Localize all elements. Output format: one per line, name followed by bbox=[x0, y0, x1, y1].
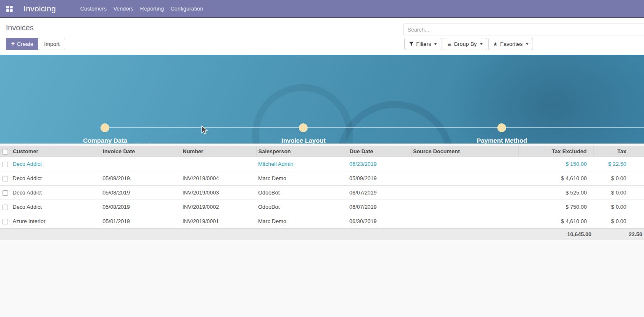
cell-salesperson: Marc Demo bbox=[256, 214, 348, 229]
cell-number: INV/2019/0004 bbox=[181, 171, 256, 186]
step-title: Company Data bbox=[55, 137, 156, 144]
cell-invoice-date: 05/08/2019 bbox=[101, 200, 181, 214]
apps-grid-icon[interactable] bbox=[6, 5, 13, 12]
row-select-cell bbox=[0, 186, 11, 200]
row-checkbox[interactable] bbox=[3, 190, 8, 196]
cell-source-document bbox=[411, 214, 518, 229]
cell-tax-excluded: $ 150.00 bbox=[518, 157, 593, 171]
onboarding-step-dot bbox=[497, 123, 506, 132]
nav-item-vendors[interactable]: Vendors bbox=[113, 4, 134, 13]
cell-customer: Azure Interior bbox=[11, 214, 101, 229]
column-header-tax-excluded[interactable]: Tax Excluded bbox=[518, 146, 593, 157]
cell-number bbox=[181, 157, 256, 171]
banner-background-decor bbox=[434, 55, 644, 144]
cell-tax-excluded: $ 4,610.00 bbox=[518, 171, 593, 186]
cell-invoice-date: 05/08/2019 bbox=[101, 186, 181, 200]
step-title: Invoice Layout bbox=[253, 137, 354, 144]
filters-button[interactable]: Filters bbox=[404, 38, 441, 50]
filter-funnel-icon bbox=[409, 42, 414, 46]
row-checkbox[interactable] bbox=[3, 219, 8, 224]
plus-icon: ✚ bbox=[11, 42, 15, 46]
cell-due-date: 05/09/2019 bbox=[348, 171, 411, 186]
cell-source-document bbox=[411, 157, 518, 171]
cell-tax: $ 0.00 bbox=[593, 186, 644, 200]
cell-due-date: 06/23/2019 bbox=[348, 157, 411, 171]
totals-row: 10,645.00 22.50 bbox=[0, 229, 644, 240]
total-tax: 22.50 bbox=[593, 229, 644, 240]
cell-invoice-date: 05/09/2019 bbox=[101, 171, 181, 186]
onboarding-step-dot bbox=[100, 123, 109, 132]
invoice-row[interactable]: Azure Interior 05/01/2019 INV/2019/0001 … bbox=[0, 214, 644, 229]
control-panel: Invoices ✚ Create Import Filters ≡ Group… bbox=[0, 18, 644, 55]
favorites-button[interactable]: ★ Favorites bbox=[488, 38, 533, 50]
step-title: Payment Method bbox=[451, 137, 552, 144]
select-all-checkbox[interactable] bbox=[3, 149, 8, 155]
column-header-customer[interactable]: Customer bbox=[11, 146, 101, 157]
invoice-row[interactable]: Deco Addict 05/08/2019 INV/2019/0002 Odo… bbox=[0, 200, 644, 214]
cell-customer: Deco Addict bbox=[11, 157, 101, 171]
main-menu: Customers Vendors Reporting Configuratio… bbox=[80, 4, 210, 13]
cell-number: INV/2019/0002 bbox=[181, 200, 256, 214]
column-header-due-date[interactable]: Due Date bbox=[348, 146, 411, 157]
cell-salesperson: Mitchell Admin bbox=[256, 157, 348, 171]
cell-tax: $ 0.00 bbox=[593, 200, 644, 214]
caret-down-icon bbox=[480, 43, 483, 45]
caret-down-icon bbox=[434, 43, 437, 45]
column-header-source-document[interactable]: Source Document bbox=[411, 146, 518, 157]
row-select-cell bbox=[0, 200, 11, 214]
cell-tax: $ 22.50 bbox=[593, 157, 644, 171]
caret-down-icon bbox=[526, 43, 528, 45]
cell-salesperson: Marc Demo bbox=[256, 171, 348, 186]
column-header-invoice-date[interactable]: Invoice Date bbox=[101, 146, 181, 157]
invoice-row[interactable]: Deco Addict 05/08/2019 INV/2019/0003 Odo… bbox=[0, 186, 644, 200]
top-navbar: Invoicing Customers Vendors Reporting Co… bbox=[0, 0, 644, 18]
cell-customer: Deco Addict bbox=[11, 171, 101, 186]
cell-salesperson: OdooBot bbox=[256, 200, 348, 214]
invoice-row[interactable]: Deco Addict Mitchell Admin 06/23/2019 $ … bbox=[0, 157, 644, 171]
invoice-table-body: Deco Addict Mitchell Admin 06/23/2019 $ … bbox=[0, 157, 644, 229]
row-checkbox[interactable] bbox=[3, 162, 8, 167]
cell-invoice-date bbox=[101, 157, 181, 171]
invoice-list-table: Customer Invoice Date Number Salesperson… bbox=[0, 146, 644, 240]
nav-item-configuration[interactable]: Configuration bbox=[171, 4, 203, 13]
banner-background-ring bbox=[252, 84, 353, 144]
row-checkbox[interactable] bbox=[3, 176, 8, 181]
app-name[interactable]: Invoicing bbox=[24, 4, 56, 13]
select-all-cell bbox=[0, 146, 11, 157]
cell-tax-excluded: $ 750.00 bbox=[518, 200, 593, 214]
cell-customer: Deco Addict bbox=[11, 200, 101, 214]
cell-salesperson: OdooBot bbox=[256, 186, 348, 200]
cell-source-document bbox=[411, 186, 518, 200]
onboarding-banner: Company Data Set your company's data for… bbox=[0, 55, 644, 144]
row-select-cell bbox=[0, 171, 11, 186]
nav-item-customers[interactable]: Customers bbox=[80, 4, 107, 13]
cell-due-date: 06/07/2019 bbox=[348, 200, 411, 214]
group-by-bars-icon: ≡ bbox=[447, 41, 451, 47]
onboarding-timeline bbox=[105, 127, 644, 128]
row-select-cell bbox=[0, 157, 11, 171]
cell-tax-excluded: $ 525.00 bbox=[518, 186, 593, 200]
column-header-tax[interactable]: Tax bbox=[593, 146, 644, 157]
star-icon: ★ bbox=[493, 42, 498, 47]
column-header-salesperson[interactable]: Salesperson bbox=[256, 146, 348, 157]
group-by-button[interactable]: ≡ Group By bbox=[443, 38, 487, 50]
import-button[interactable]: Import bbox=[39, 38, 65, 50]
cell-invoice-date: 05/01/2019 bbox=[101, 214, 181, 229]
create-button[interactable]: ✚ Create bbox=[6, 38, 38, 50]
onboarding-step-payment-method: Payment Method Configure your payment me… bbox=[451, 137, 552, 144]
cell-source-document bbox=[411, 200, 518, 214]
onboarding-step-invoice-layout: Invoice Layout Customize the look of you… bbox=[253, 137, 354, 144]
cell-tax: $ 0.00 bbox=[593, 171, 644, 186]
nav-item-reporting[interactable]: Reporting bbox=[140, 4, 164, 13]
column-header-number[interactable]: Number bbox=[181, 146, 256, 157]
cell-tax: $ 0.00 bbox=[593, 214, 644, 229]
invoice-row[interactable]: Deco Addict 05/09/2019 INV/2019/0004 Mar… bbox=[0, 171, 644, 186]
page-title: Invoices bbox=[6, 24, 34, 32]
row-checkbox[interactable] bbox=[3, 205, 8, 210]
cell-number: INV/2019/0003 bbox=[181, 186, 256, 200]
search-filter-bar: Filters ≡ Group By ★ Favorites bbox=[404, 38, 533, 50]
cell-number: INV/2019/0001 bbox=[181, 214, 256, 229]
cell-due-date: 06/30/2019 bbox=[348, 214, 411, 229]
search-input[interactable] bbox=[404, 24, 644, 35]
onboarding-step-company-data: Company Data Set your company's data for… bbox=[55, 137, 156, 144]
